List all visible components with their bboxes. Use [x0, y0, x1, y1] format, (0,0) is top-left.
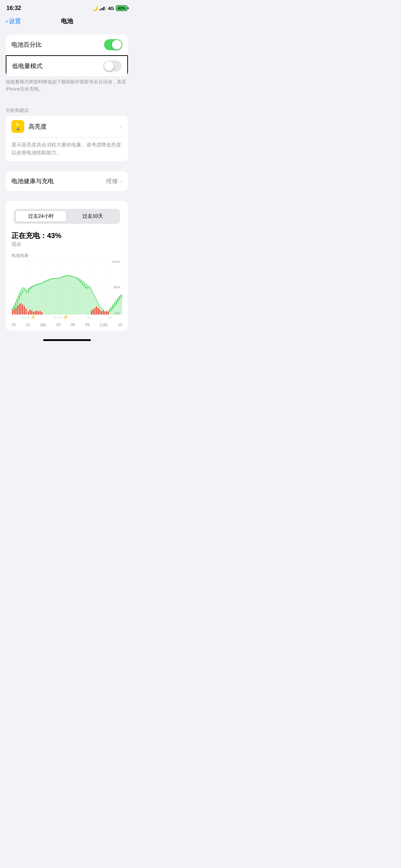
svg-rect-27	[91, 311, 92, 315]
svg-rect-78	[82, 283, 83, 285]
brightness-description: 显示器亮度高会消耗大量的电量。请考虑降低亮度以改善电池续航能力。	[6, 138, 128, 161]
svg-rect-32	[99, 310, 101, 315]
svg-rect-87	[115, 300, 117, 305]
x-label-06: 06	[71, 322, 75, 328]
svg-rect-14	[20, 303, 21, 315]
svg-rect-21	[33, 312, 34, 315]
battery-badge: 43%	[116, 5, 127, 11]
svg-rect-45	[24, 289, 25, 290]
svg-rect-18	[28, 311, 29, 315]
svg-rect-48	[30, 287, 31, 290]
battery-percent-toggle[interactable]	[104, 39, 122, 50]
svg-rect-23	[36, 311, 37, 315]
x-label-03: 03	[56, 322, 61, 328]
low-power-toggle[interactable]	[103, 61, 122, 72]
signal-bars	[100, 6, 106, 10]
svg-rect-62	[54, 278, 55, 279]
nav-bar: ‹ 设置 电池	[0, 14, 134, 30]
svg-rect-74	[75, 278, 76, 279]
svg-rect-55	[41, 283, 42, 284]
svg-rect-29	[94, 308, 96, 315]
svg-rect-25	[40, 311, 41, 315]
svg-rect-24	[38, 312, 39, 315]
x-label-18: 18	[11, 322, 16, 328]
time-selector-wrapper: 过去24小时 过去10天	[6, 201, 128, 228]
battery-percent-row: 电池百分比	[6, 35, 128, 55]
svg-rect-30	[96, 307, 97, 315]
svg-rect-80	[85, 286, 86, 289]
battery-chart-svg: 100% 50% 0%	[11, 261, 122, 315]
svg-rect-70	[68, 275, 69, 277]
time-btn-10d[interactable]: 过去10天	[68, 211, 118, 222]
svg-rect-58	[47, 280, 48, 281]
chart-y-label: 电池电量	[11, 253, 122, 259]
back-button[interactable]: ‹ 设置	[6, 17, 21, 25]
x-label-21: 21	[26, 322, 30, 328]
network-label: 4G	[108, 6, 114, 11]
svg-rect-83	[109, 309, 110, 312]
svg-rect-35	[104, 312, 106, 315]
low-power-label: 低电量模式	[12, 62, 42, 70]
svg-rect-41	[17, 300, 18, 303]
svg-rect-49	[31, 286, 32, 288]
svg-rect-28	[93, 309, 94, 315]
battery-percent-label: 电池百分比	[11, 41, 42, 49]
battery-health-right: 维修 ›	[106, 177, 122, 185]
svg-rect-12	[17, 306, 18, 315]
svg-rect-36	[106, 311, 107, 315]
low-power-row: 低电量模式	[6, 55, 128, 76]
battery-chart-card: 过去24小时 过去10天 正在充电：43% 现在 电池电量	[6, 201, 128, 331]
back-chevron-icon: ‹	[6, 17, 8, 25]
svg-rect-42	[19, 296, 20, 300]
svg-rect-60	[50, 279, 51, 280]
svg-rect-84	[110, 307, 112, 311]
svg-text:100%: 100%	[112, 261, 120, 263]
svg-rect-22	[35, 311, 36, 315]
svg-rect-43	[20, 293, 21, 296]
svg-rect-79	[84, 284, 85, 287]
svg-rect-77	[80, 281, 81, 283]
svg-rect-82	[89, 288, 90, 289]
svg-rect-39	[14, 306, 15, 309]
brightness-chevron-icon: ›	[120, 123, 122, 130]
svg-rect-54	[40, 284, 41, 285]
charging-icons-row: — — ⚡ — — ⚡ — —	[11, 315, 122, 321]
time-btn-24h[interactable]: 过去24小时	[16, 211, 66, 222]
brightness-row[interactable]: 💡 高亮度 ›	[6, 116, 128, 137]
low-power-description: 低电量模式将暂时降低如下载和邮件抓取等后台活动，直至iPhone完全充电。	[0, 76, 134, 96]
status-right: 🌙 4G 43%	[92, 5, 127, 11]
svg-rect-47	[28, 289, 29, 293]
svg-rect-56	[43, 281, 45, 283]
svg-text:50%: 50%	[113, 285, 120, 289]
svg-rect-67	[63, 276, 64, 277]
svg-rect-52	[36, 284, 37, 285]
charging-info: 正在充电：43% 现在	[6, 228, 128, 248]
svg-rect-20	[31, 311, 32, 315]
svg-rect-76	[78, 280, 79, 281]
svg-rect-15	[22, 305, 23, 315]
svg-rect-17	[26, 309, 27, 315]
x-label-0: 0时	[40, 322, 46, 328]
x-label-12: 12时	[99, 322, 108, 328]
svg-rect-53	[38, 284, 39, 285]
chart-container: 电池电量	[6, 248, 128, 331]
charging-title: 正在充电：43%	[11, 231, 122, 241]
battery-health-row[interactable]: 电池健康与充电 维修 ›	[6, 171, 128, 191]
svg-rect-90	[120, 295, 122, 298]
battery-health-status: 维修	[106, 177, 118, 185]
x-label-09: 09	[85, 322, 89, 328]
svg-rect-68	[65, 276, 66, 277]
svg-rect-65	[60, 278, 61, 279]
battery-health-label: 电池健康与充电	[11, 177, 54, 185]
brightness-icon: 💡	[11, 120, 24, 133]
svg-rect-38	[12, 309, 13, 311]
svg-rect-69	[66, 275, 67, 277]
analysis-section-label: 分析和建议	[0, 101, 134, 116]
svg-rect-46	[26, 290, 27, 292]
svg-rect-9	[12, 311, 13, 315]
svg-rect-61	[52, 278, 53, 279]
svg-rect-71	[70, 276, 71, 277]
chart-area: 100% 50% 0%	[11, 261, 122, 315]
svg-rect-64	[57, 278, 58, 279]
battery-health-card: 电池健康与充电 维修 ›	[6, 171, 128, 191]
